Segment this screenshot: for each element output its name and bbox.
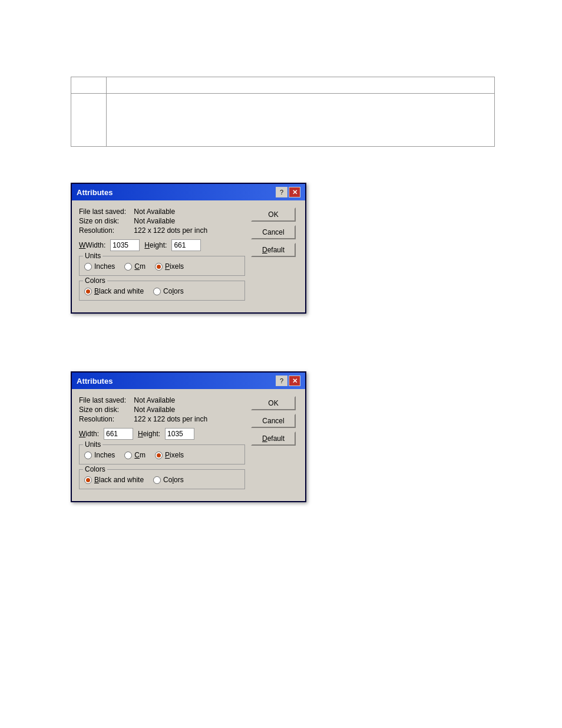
dialog1-titlebar: Attributes ? ✕ — [72, 184, 305, 200]
dialog2-pixels-radio[interactable] — [155, 452, 163, 459]
dialog2-inches-option[interactable]: Inches — [84, 451, 115, 459]
dialog1-width-label: WWidth: — [79, 241, 105, 249]
dialog2-left-panel: File last saved: Not Available Size on d… — [79, 396, 245, 494]
dialog1-inches-radio[interactable] — [84, 263, 92, 271]
dialog1-ok-button[interactable]: OK — [251, 207, 296, 222]
dialog1-colors-option-label: Colors — [163, 287, 184, 295]
dialog2-file-last-saved-value: Not Available — [134, 396, 175, 404]
dialog2-height-input[interactable] — [165, 428, 194, 440]
dialog2-colors-option[interactable]: Colors — [153, 476, 184, 484]
dialog2-help-button[interactable]: ? — [276, 375, 287, 386]
dialog2-bw-option[interactable]: Black and white — [84, 476, 144, 484]
dialog2-resolution-label: Resolution: — [79, 415, 132, 423]
dialog2-units-group: Units Inches Cm Pixels — [79, 444, 245, 465]
dialog2-cancel-button[interactable]: Cancel — [251, 414, 296, 428]
dialog2-default-button[interactable]: Default — [251, 431, 296, 446]
dialog1-units-legend: Units — [83, 252, 103, 260]
dialog1-resolution-value: 122 x 122 dots per inch — [134, 226, 207, 235]
dialog1-pixels-label: Pixels — [165, 262, 184, 271]
dialog1-resolution-label: Resolution: — [79, 226, 132, 235]
dialog2-close-button[interactable]: ✕ — [289, 375, 300, 386]
dialog1-inches-label: Inches — [94, 262, 115, 271]
dialog1-inches-option[interactable]: Inches — [84, 262, 115, 271]
dialog2-colors-radio-row: Black and white Colors — [84, 476, 240, 484]
dialog1-bw-label: Black and white — [94, 287, 144, 295]
table-cell-2-1 — [71, 94, 107, 147]
dialog2-pixels-option[interactable]: Pixels — [155, 451, 184, 459]
table-cell-1-2 — [107, 77, 495, 94]
dialog1-pixels-option[interactable]: Pixels — [155, 262, 184, 271]
dialog1-height-label: Height: — [144, 241, 167, 249]
dialog2-resolution-value: 122 x 122 dots per inch — [134, 415, 207, 423]
dialog1-body: File last saved: Not Available Size on d… — [72, 200, 305, 312]
dialog1-width-input[interactable] — [110, 239, 140, 251]
dialog1-titlebar-buttons: ? ✕ — [276, 187, 300, 197]
dialog1-resolution-line: Resolution: 122 x 122 dots per inch — [79, 226, 245, 235]
dialog1-right-panel: OK Cancel Default — [251, 207, 298, 305]
dialog2-width-label: Width: — [79, 430, 99, 438]
dialog2-titlebar: Attributes ? ✕ — [72, 373, 305, 389]
dialog1-dimension-row: WWidth: Height: — [79, 239, 245, 251]
dialog2-width-input[interactable] — [104, 428, 133, 440]
dialog2-file-last-saved-line: File last saved: Not Available — [79, 396, 245, 404]
dialog1-left-panel: File last saved: Not Available Size on d… — [79, 207, 245, 305]
top-table — [71, 77, 495, 147]
dialog1-cm-option[interactable]: Cm — [124, 262, 146, 271]
dialog1-close-button[interactable]: ✕ — [289, 187, 300, 197]
dialog2-colors-group: Colors Black and white Colors — [79, 469, 245, 489]
attributes-dialog-1: Attributes ? ✕ File last saved: Not Avai… — [71, 183, 306, 314]
dialog1-cancel-button[interactable]: Cancel — [251, 225, 296, 239]
dialog1-units-radio-row: Inches Cm Pixels — [84, 262, 240, 271]
dialog2-dimension-row: Width: Height: — [79, 428, 245, 440]
dialog2-title-area: Attributes — [77, 377, 113, 386]
dialog2-cm-label: Cm — [134, 451, 146, 459]
dialog2-inches-radio[interactable] — [84, 452, 92, 459]
dialog2-title-text: Attributes — [77, 377, 113, 386]
dialog2-size-on-disk-value: Not Available — [134, 406, 175, 414]
dialog2-colors-radio[interactable] — [153, 476, 161, 484]
table-cell-2-2 — [107, 94, 495, 147]
dialog2-body: File last saved: Not Available Size on d… — [72, 389, 305, 501]
dialog1-colors-radio-row: Black and white Colors — [84, 287, 240, 295]
dialog2-resolution-line: Resolution: 122 x 122 dots per inch — [79, 415, 245, 423]
dialog2-cm-option[interactable]: Cm — [124, 451, 146, 459]
dialog1-bw-radio[interactable] — [84, 288, 92, 295]
dialog1-colors-group: Colors Black and white Colors — [79, 281, 245, 301]
dialog1-size-on-disk-label: Size on disk: — [79, 217, 132, 225]
dialog2-ok-button[interactable]: OK — [251, 396, 296, 410]
dialog2-units-legend: Units — [83, 440, 103, 449]
dialog1-pixels-radio[interactable] — [155, 263, 163, 271]
dialog2-colors-option-label: Colors — [163, 476, 184, 484]
dialog1-colors-option[interactable]: Colors — [153, 287, 184, 295]
dialog2-pixels-label: Pixels — [165, 451, 184, 459]
dialog1-cm-label: Cm — [134, 262, 146, 271]
dialog2-cm-radio[interactable] — [124, 452, 132, 459]
dialog1-colors-radio[interactable] — [153, 288, 161, 295]
dialog1-colors-legend: Colors — [83, 276, 107, 285]
dialog2-height-label: Height: — [138, 430, 160, 438]
dialog1-size-on-disk-line: Size on disk: Not Available — [79, 217, 245, 225]
dialog1-cm-radio[interactable] — [124, 263, 132, 271]
dialog2-bw-radio[interactable] — [84, 476, 92, 484]
dialog2-size-on-disk-label: Size on disk: — [79, 406, 132, 414]
dialog2-bw-label: Black and white — [94, 476, 144, 484]
dialog1-default-button[interactable]: Default — [251, 243, 296, 257]
dialog1-bw-option[interactable]: Black and white — [84, 287, 144, 295]
dialog2-inches-label: Inches — [94, 451, 115, 459]
dialog1-units-group: Units Inches Cm Pixels — [79, 256, 245, 276]
dialog1-title-text: Attributes — [77, 188, 113, 197]
dialog2-units-radio-row: Inches Cm Pixels — [84, 451, 240, 459]
dialog1-size-on-disk-value: Not Available — [134, 217, 175, 225]
dialog2-size-on-disk-line: Size on disk: Not Available — [79, 406, 245, 414]
dialog1-file-last-saved-line: File last saved: Not Available — [79, 207, 245, 216]
dialog2-right-panel: OK Cancel Default — [251, 396, 298, 494]
dialog2-colors-legend: Colors — [83, 465, 107, 473]
dialog1-file-last-saved-value: Not Available — [134, 207, 175, 216]
dialog1-title-area: Attributes — [77, 188, 113, 197]
dialog1-file-last-saved-label: File last saved: — [79, 207, 132, 216]
table-cell-1-1 — [71, 77, 107, 94]
dialog1-help-button[interactable]: ? — [276, 187, 287, 197]
dialog2-file-last-saved-label: File last saved: — [79, 396, 132, 404]
dialog1-height-input[interactable] — [171, 239, 201, 251]
dialog2-titlebar-buttons: ? ✕ — [276, 375, 300, 386]
